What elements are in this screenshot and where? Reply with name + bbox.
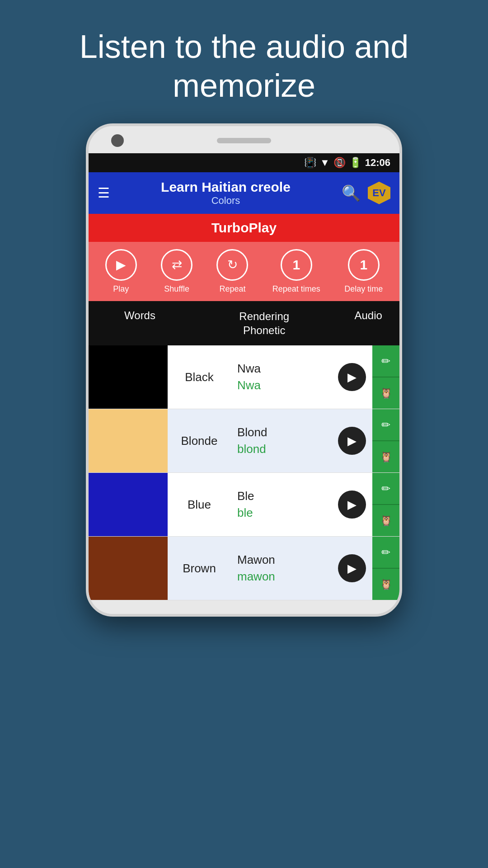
page-title: Listen to the audio and memorize [18,27,470,105]
color-swatch-blonde [89,409,168,472]
play-icon-blue: ▶ [338,491,366,519]
table-row: Blue Ble ble ▶ ✏ 🦉 [89,473,399,537]
play-button[interactable]: ▶ Play [105,249,137,294]
color-swatch-blue [89,473,168,536]
delay-time-button[interactable]: 1 Delay time [344,249,383,294]
owl-icon-black[interactable]: 🦉 [372,377,399,409]
app-bar: ☰ Learn Haitian creole Colors 🔍 EV [89,172,399,214]
edit-icon-brown[interactable]: ✏ [372,537,399,568]
word-phonetic-blue: ble [237,506,253,520]
word-native-blue: Ble [237,489,254,503]
word-phonetic-brown: mawon [237,570,275,584]
play-icon-blonde: ▶ [338,427,366,455]
play-icon-circle: ▶ [105,249,137,281]
edit-icon-black[interactable]: ✏ [372,345,399,377]
app-subtitle: Colors [119,195,333,207]
ev-logo[interactable]: EV [368,182,390,204]
repeat-times-label: Repeat times [272,284,320,294]
app-title: Learn Haitian creole [119,179,333,195]
play-icon-brown: ▶ [338,554,366,582]
color-swatch-brown [89,537,168,600]
audio-button-blue[interactable]: ▶ [332,473,372,536]
repeat-label: Repeat [219,284,245,294]
word-rendering-black: Nwa Nwa [231,345,332,409]
table-row: Black Nwa Nwa ▶ ✏ 🦉 [89,345,399,409]
word-name-blonde: Blonde [168,409,231,472]
word-actions-brown: ✏ 🦉 [372,537,399,600]
owl-icon-blonde[interactable]: 🦉 [372,440,399,472]
word-rendering-brown: Mawon mawon [231,537,332,600]
edit-icon-blue[interactable]: ✏ [372,473,399,504]
battery-icon: 🔋 [349,157,361,169]
status-bar: 📳 ▼ 📵 🔋 12:06 [89,153,399,172]
word-actions-blue: ✏ 🦉 [372,473,399,536]
play-icon-black: ▶ [338,363,366,391]
phone-bottom [89,600,399,614]
app-title-group: Learn Haitian creole Colors [119,179,333,207]
repeat-times-value: 1 [281,249,312,281]
repeat-button[interactable]: ↻ Repeat [216,249,248,294]
word-phonetic-black: Nwa [237,378,261,392]
wifi-icon: ▼ [320,157,330,169]
owl-icon-brown[interactable]: 🦉 [372,568,399,600]
audio-button-brown[interactable]: ▶ [332,537,372,600]
word-native-blonde: Blond [237,425,267,439]
turboplay-label: TurboPlay [211,220,277,235]
search-button[interactable]: 🔍 [342,184,361,202]
controls-bar: ▶ Play ⇄ Shuffle ↻ Repeat 1 Repeat times… [89,242,399,301]
phone-shell: 📳 ▼ 📵 🔋 12:06 ☰ Learn Haitian creole Col… [86,123,402,617]
table-row: Brown Mawon mawon ▶ ✏ 🦉 [89,537,399,600]
word-native-black: Nwa [237,362,261,376]
color-swatch-black [89,345,168,409]
table-row: Blonde Blond blond ▶ ✏ 🦉 [89,409,399,473]
word-name-black: Black [168,345,231,409]
turboplay-bar[interactable]: TurboPlay [89,214,399,242]
repeat-times-button[interactable]: 1 Repeat times [272,249,320,294]
word-native-brown: Mawon [237,553,275,567]
edit-icon-blonde[interactable]: ✏ [372,409,399,440]
shuffle-icon-circle: ⇄ [161,249,192,281]
status-icons: 📳 ▼ 📵 🔋 12:06 [304,157,390,169]
word-actions-blonde: ✏ 🦉 [372,409,399,472]
owl-icon-blue[interactable]: 🦉 [372,504,399,536]
repeat-icon-circle: ↻ [216,249,248,281]
phone-top-bar [89,126,399,153]
col-rendering-header: RenderingPhonetic [191,301,337,345]
audio-button-black[interactable]: ▶ [332,345,372,409]
phone-speaker [217,138,271,143]
word-phonetic-blonde: blond [237,442,266,456]
play-label: Play [113,284,129,294]
shuffle-button[interactable]: ⇄ Shuffle [161,249,192,294]
shuffle-label: Shuffle [164,284,189,294]
delay-time-label: Delay time [344,284,383,294]
word-name-blue: Blue [168,473,231,536]
audio-button-blonde[interactable]: ▶ [332,409,372,472]
phone-camera [111,134,124,147]
word-rendering-blonde: Blond blond [231,409,332,472]
col-audio-header: Audio [337,301,399,345]
menu-icon[interactable]: ☰ [98,185,110,201]
delay-time-value: 1 [348,249,380,281]
column-headers: Words RenderingPhonetic Audio [89,301,399,345]
app-bar-icons: 🔍 EV [342,182,390,204]
vibrate-icon: 📳 [304,157,316,169]
col-words-header: Words [89,301,191,345]
page-header: Listen to the audio and memorize [0,0,488,123]
word-actions-black: ✏ 🦉 [372,345,399,409]
status-time: 12:06 [365,157,390,169]
word-rendering-blue: Ble ble [231,473,332,536]
signal-icon: 📵 [333,157,346,169]
word-name-brown: Brown [168,537,231,600]
